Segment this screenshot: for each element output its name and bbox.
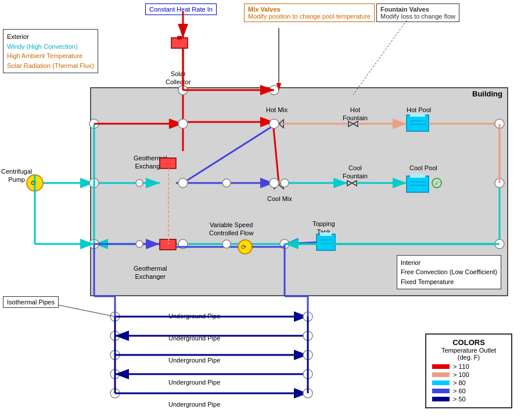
svg-rect-8 [171,38,188,48]
geothermal-top-label: Geothermal Exchanger [134,154,167,171]
svg-point-92 [303,389,312,398]
color-swatch-60 [432,389,450,393]
building-label: Building [472,89,502,98]
svg-point-81 [110,331,120,340]
svg-point-78 [110,312,120,321]
svg-rect-9 [177,36,182,40]
hot-fountain-label: Hot Fountain [343,106,368,123]
centrifugal-pump-label: Centrifugal Pump [1,167,32,184]
svg-point-86 [303,350,312,360]
exterior-box: Exterior Windy (High Convection) High Am… [3,29,98,73]
topping-tank-label: Topping Tank [312,220,335,236]
underground-pipe4-label: Underground Pipe [168,378,220,386]
color-row-100: > 100 [432,371,505,378]
colors-title: COLORS [432,338,505,347]
colors-legend: COLORS Temperature Outlet(deg. F) > 110 … [425,333,512,408]
svg-point-90 [110,389,120,398]
svg-point-80 [303,312,312,321]
color-swatch-100 [432,372,450,377]
color-row-60: > 60 [432,387,505,394]
color-swatch-110 [432,364,450,369]
svg-point-83 [303,331,312,340]
colors-subtitle: Temperature Outlet(deg. F) [432,347,505,361]
svg-point-89 [303,369,312,379]
cool-mix-label: Cool Mix [267,195,292,203]
diagram-container: Constant Heat Rate In Mix Valves Modify … [0,0,521,420]
hot-pool-label: Hot Pool [407,106,431,114]
underground-pipe3-label: Underground Pipe [168,356,220,364]
cool-pool-label: Cool Pool [409,164,437,172]
color-row-50: > 50 [432,396,505,403]
isothermal-label: Isothermal Pipes [3,296,59,308]
color-row-110: > 110 [432,363,505,370]
hot-mix-label: Hot Mix [266,106,288,114]
svg-point-87 [110,369,120,379]
underground-pipe2-label: Underground Pipe [168,334,220,342]
underground-pipe1-label: Underground Pipe [168,312,220,320]
color-row-80: > 80 [432,379,505,386]
color-swatch-80 [432,380,450,385]
svg-point-84 [110,350,120,360]
constant-heat-label: Constant Heat Rate In [145,3,217,15]
cool-fountain-label: Cool Fountain [343,164,368,181]
interior-box: Interior Free Convection (Low Coefficien… [397,255,501,290]
svg-line-118 [58,305,115,317]
variable-speed-label: Variable Speed Controlled Flow [209,221,253,238]
color-swatch-50 [432,397,450,401]
mix-valves-label: Mix Valves Modify position to change poo… [244,3,375,22]
underground-pipe5-label: Underground Pipe [168,400,220,408]
svg-line-110 [353,20,407,95]
fountain-valves-label: Fountain Valves Modify loss to change fl… [376,3,459,22]
solar-collector-label: Solar Collector [166,70,191,87]
geothermal-bottom-label: Geothermal Exchanger [134,264,167,281]
